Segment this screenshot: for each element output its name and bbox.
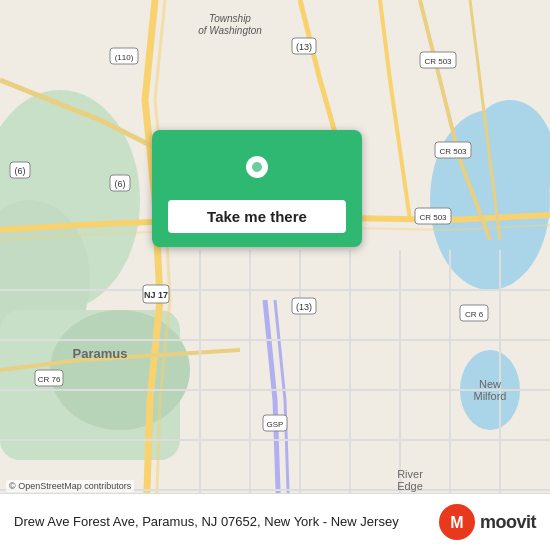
svg-text:(13): (13) xyxy=(296,42,312,52)
map-container: NJ 17 (110) (6) (6) (13) (13) CR 503 CR … xyxy=(0,0,550,550)
address-text: Drew Ave Forest Ave, Paramus, NJ 07652, … xyxy=(14,513,429,531)
moovit-logo-icon: M xyxy=(439,504,475,540)
svg-text:(110): (110) xyxy=(115,53,134,62)
map-background: NJ 17 (110) (6) (6) (13) (13) CR 503 CR … xyxy=(0,0,550,550)
svg-text:(6): (6) xyxy=(15,166,26,176)
svg-text:New: New xyxy=(479,378,501,390)
svg-text:Township: Township xyxy=(209,13,251,24)
location-card: Take me there xyxy=(152,130,362,247)
moovit-logo: M moovit xyxy=(439,504,536,540)
svg-point-7 xyxy=(50,310,190,430)
take-me-there-button[interactable]: Take me there xyxy=(168,200,346,233)
svg-text:NJ 17: NJ 17 xyxy=(144,290,168,300)
svg-text:CR 503: CR 503 xyxy=(419,213,447,222)
svg-text:CR 503: CR 503 xyxy=(439,147,467,156)
svg-text:of Washington: of Washington xyxy=(198,25,262,36)
svg-text:Milford: Milford xyxy=(473,390,506,402)
svg-text:CR 76: CR 76 xyxy=(38,375,61,384)
svg-text:GSP: GSP xyxy=(267,420,284,429)
svg-text:M: M xyxy=(450,514,463,531)
svg-text:CR 6: CR 6 xyxy=(465,310,484,319)
moovit-text: moovit xyxy=(480,512,536,533)
svg-text:Edge: Edge xyxy=(397,480,423,492)
svg-text:Paramus: Paramus xyxy=(73,346,128,361)
svg-text:(6): (6) xyxy=(115,179,126,189)
svg-text:CR 503: CR 503 xyxy=(424,57,452,66)
svg-text:(13): (13) xyxy=(296,302,312,312)
pin-icon xyxy=(236,148,278,190)
bottom-bar: Drew Ave Forest Ave, Paramus, NJ 07652, … xyxy=(0,493,550,550)
svg-text:River: River xyxy=(397,468,423,480)
osm-attribution: © OpenStreetMap contributors xyxy=(6,480,134,492)
